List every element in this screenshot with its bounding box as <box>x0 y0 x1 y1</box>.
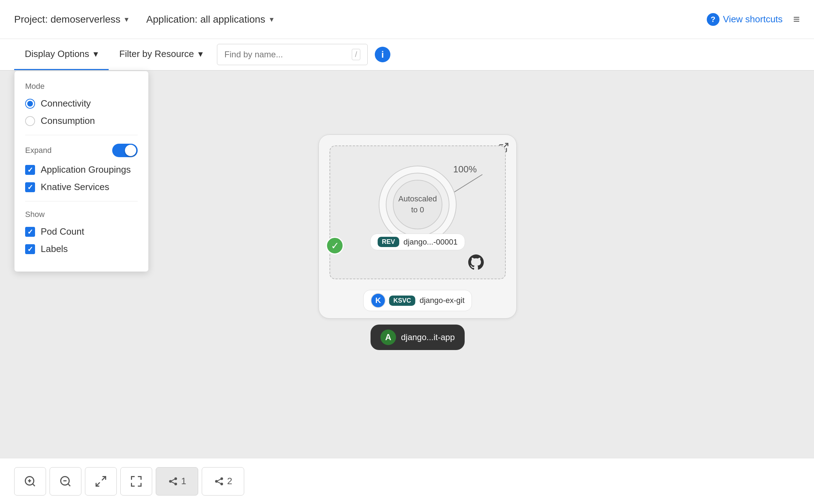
app-groupings-label: Application Groupings <box>41 164 131 175</box>
pod-count-checkbox[interactable]: Pod Count <box>25 226 138 237</box>
pod-count-label: Pod Count <box>41 226 84 237</box>
expand-section-label: Expand <box>25 146 52 155</box>
svg-point-13 <box>175 478 177 480</box>
layout-1-label: 1 <box>181 476 186 487</box>
dropdown-panel: Mode Connectivity Consumption Expand App… <box>14 71 149 272</box>
svg-point-12 <box>170 480 171 482</box>
app-chevron-icon: ▾ <box>270 15 274 24</box>
menu-icon[interactable]: ≡ <box>793 13 800 26</box>
autoscaled-text: Autoscaledto 0 <box>399 194 437 216</box>
project-selector[interactable]: Project: demoserverless ▾ <box>14 14 128 25</box>
labels-checkbox[interactable]: Labels <box>25 244 138 254</box>
zoom-out-button[interactable] <box>50 467 81 496</box>
layout-1-button[interactable]: 1 <box>156 467 198 496</box>
svg-line-20 <box>217 479 221 481</box>
rev-badge[interactable]: REV django...-00001 <box>370 234 465 250</box>
zoom-in-button[interactable] <box>14 467 46 496</box>
svg-line-15 <box>171 479 175 481</box>
svg-line-11 <box>96 482 100 486</box>
app-label: Application: all applications <box>146 14 265 25</box>
svg-point-14 <box>175 483 177 485</box>
app-selector[interactable]: Application: all applications ▾ <box>146 14 273 25</box>
top-bar-right: ? View shortcuts ≡ <box>707 13 800 26</box>
rev-name-label: django...-00001 <box>403 237 458 247</box>
filter-by-resource-label: Filter by Resource <box>119 48 194 59</box>
knative-service-circles[interactable]: Autoscaledto 0 <box>379 166 457 244</box>
svg-point-19 <box>221 483 223 485</box>
fit-to-screen-button[interactable] <box>85 467 117 496</box>
layout-2-label: 2 <box>227 476 232 487</box>
svg-line-8 <box>68 483 70 486</box>
bottom-toolbar: 1 2 <box>0 458 814 504</box>
labels-label: Labels <box>41 244 68 254</box>
project-chevron-icon: ▾ <box>125 15 128 24</box>
inner-dashed-box: 100% <box>329 145 506 279</box>
toolbar: Display Options ▾ Filter by Resource ▾ /… <box>0 39 814 71</box>
expand-row: Expand <box>25 144 138 157</box>
view-shortcuts-link[interactable]: ? View shortcuts <box>707 13 783 26</box>
app-letter-icon: A <box>380 330 396 345</box>
consumption-label: Consumption <box>41 115 95 126</box>
expand-toggle[interactable] <box>112 144 138 157</box>
svg-point-18 <box>221 478 223 480</box>
circle-outer: Autoscaledto 0 <box>379 166 457 244</box>
circle-mid: Autoscaledto 0 <box>386 173 449 236</box>
app-groupings-checkbox[interactable]: Application Groupings <box>25 164 138 175</box>
svg-line-10 <box>102 476 106 480</box>
app-label-badge[interactable]: A django...it-app <box>371 325 465 350</box>
help-icon: ? <box>707 13 720 26</box>
info-icon[interactable]: i <box>375 47 390 62</box>
layout-2-button[interactable]: 2 <box>202 467 244 496</box>
connectivity-radio-icon <box>25 99 35 109</box>
ksvc-name-label: django-ex-git <box>419 296 464 305</box>
svg-line-16 <box>171 482 175 483</box>
display-options-chevron-icon: ▾ <box>93 48 98 59</box>
knative-services-checkbox[interactable]: Knative Services <box>25 182 138 193</box>
search-slash-icon: / <box>352 49 360 60</box>
rev-tag-label: REV <box>378 237 399 247</box>
success-icon: ✓ <box>326 237 344 254</box>
top-bar-left: Project: demoserverless ▾ Application: a… <box>14 14 274 25</box>
app-name-text: django...it-app <box>401 332 455 342</box>
project-label: Project: demoserverless <box>14 14 120 25</box>
mode-section-label: Mode <box>25 82 138 91</box>
labels-check-icon <box>25 244 35 254</box>
consumption-radio-icon <box>25 116 35 126</box>
search-input[interactable] <box>224 50 348 59</box>
svg-line-4 <box>33 483 35 486</box>
filter-chevron-icon: ▾ <box>198 48 203 59</box>
display-options-label: Display Options <box>25 48 89 59</box>
ksvc-tag-label: KSVC <box>389 296 415 306</box>
connectivity-label: Connectivity <box>41 98 91 109</box>
knative-services-check-icon <box>25 182 35 192</box>
topology-diagram: 100% <box>319 134 517 319</box>
top-bar: Project: demoserverless ▾ Application: a… <box>0 0 814 39</box>
divider-1 <box>25 135 138 135</box>
pod-count-check-icon <box>25 227 35 237</box>
view-shortcuts-label: View shortcuts <box>723 14 783 25</box>
app-group-box[interactable]: 100% <box>319 134 517 319</box>
search-box: / <box>217 44 368 65</box>
divider-2 <box>25 201 138 201</box>
github-icon[interactable] <box>468 254 484 271</box>
ksvc-badge[interactable]: K KSVC django-ex-git <box>363 290 472 311</box>
knative-services-label: Knative Services <box>41 182 109 193</box>
toggle-knob <box>125 145 136 156</box>
display-options-button[interactable]: Display Options ▾ <box>14 39 109 70</box>
connectivity-radio[interactable]: Connectivity <box>25 98 138 109</box>
show-section-label: Show <box>25 210 138 219</box>
filter-by-resource-button[interactable]: Filter by Resource ▾ <box>109 39 213 70</box>
expand-all-button[interactable] <box>120 467 152 496</box>
consumption-radio[interactable]: Consumption <box>25 115 138 126</box>
svg-point-17 <box>216 480 217 482</box>
circle-inner: Autoscaledto 0 <box>393 180 442 229</box>
k-badge-icon: K <box>371 293 385 308</box>
percent-label: 100% <box>453 164 477 175</box>
svg-line-21 <box>217 482 221 483</box>
app-groupings-check-icon <box>25 165 35 175</box>
